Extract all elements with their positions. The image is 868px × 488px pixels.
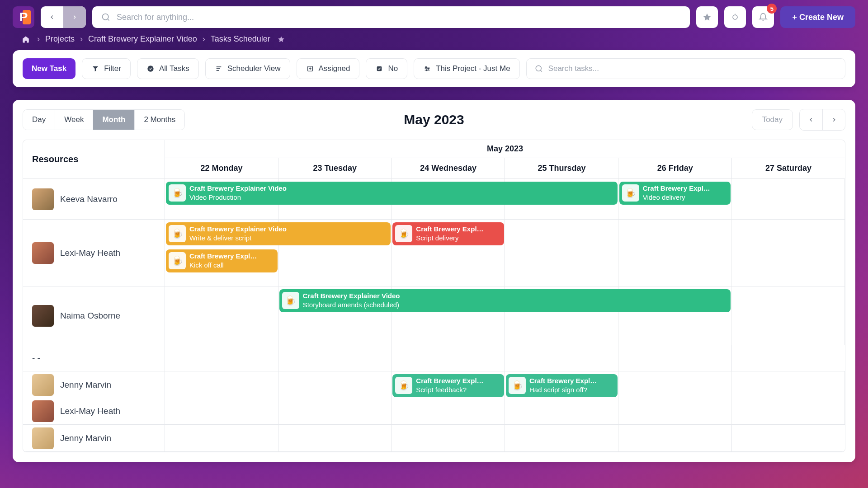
all-tasks-label: All Tasks [159,64,189,73]
list-icon [215,65,223,73]
day-cell[interactable] [731,220,845,286]
prev-period-button[interactable] [800,109,822,130]
task-bar[interactable]: 🍺Craft Brewery Explainer VideoStoryboard… [279,289,731,312]
view-2months[interactable]: 2 Months [134,110,184,130]
resource-person[interactable]: Lexi-May Heath [32,400,156,422]
favorites-button[interactable] [696,6,718,28]
user-assign-icon [306,65,314,73]
day-cell[interactable] [278,345,392,371]
filter-button[interactable]: Filter [82,58,131,79]
no-button[interactable]: No [366,58,407,79]
avatar [32,400,54,422]
project-scope-button[interactable]: This Project - Just Me [414,58,519,79]
day-cell[interactable] [618,345,732,371]
resource-person[interactable]: Naima Osborne [32,305,156,327]
view-day[interactable]: Day [23,110,55,130]
day-header: 25 Thursday [505,158,618,178]
resource-person[interactable]: Jenny Marvin [32,374,156,396]
day-cell[interactable] [732,425,845,451]
breadcrumb-project[interactable]: Craft Brewery Explainer Video [88,34,197,44]
svg-point-5 [147,66,153,71]
day-cell[interactable] [505,345,618,371]
favorite-star-icon[interactable] [278,36,285,43]
day-cell[interactable] [618,425,732,451]
resource-row: Keeva Navarro [23,179,165,220]
task-bar[interactable]: 🍺Craft Brewery Expl…Kick off call [166,249,278,272]
calendar-row: 🍺Craft Brewery Explainer VideoStoryboard… [165,286,845,345]
day-cell[interactable] [732,345,845,371]
task-project-label: Craft Brewery Expl… [416,376,483,385]
resource-name: Naima Osborne [60,311,120,321]
avatar [32,374,54,396]
chevron-right-icon [71,14,78,20]
breadcrumb: › Projects › Craft Brewery Explainer Vid… [0,34,868,50]
view-month[interactable]: Month [93,110,134,130]
day-cell[interactable] [165,371,278,424]
notifications-button[interactable]: 5 [752,6,774,28]
resource-person[interactable]: Lexi-May Heath [32,242,156,264]
timer-button[interactable] [724,6,746,28]
task-bar[interactable]: 🍺Craft Brewery Explainer VideoVideo Prod… [166,182,618,205]
back-button[interactable] [41,6,63,28]
filter-label: Filter [104,64,121,73]
day-header: 27 Saturday [732,158,845,178]
toolbar: New Task Filter All Tasks Scheduler View… [13,50,855,87]
scheduler-view-button[interactable]: Scheduler View [205,58,290,79]
day-cell[interactable] [392,425,505,451]
sliders-icon [423,65,431,73]
scheduler-grid: Resources Keeva NavarroLexi-May HeathNai… [23,140,845,452]
task-bar[interactable]: 🍺Craft Brewery Expl…Script delivery [392,222,504,245]
day-cell[interactable] [165,345,278,371]
day-cell[interactable] [505,425,618,451]
day-cell[interactable] [505,220,618,286]
task-search[interactable] [526,58,845,79]
view-week[interactable]: Week [55,110,93,130]
task-search-input[interactable] [548,64,837,73]
svg-line-1 [108,19,109,21]
day-cell[interactable] [165,425,278,451]
resource-person[interactable]: - - [32,353,156,363]
forward-button[interactable] [63,6,86,28]
day-cell[interactable] [165,286,278,345]
task-name-label: Had script sign off? [529,385,597,394]
day-cell[interactable] [278,371,392,424]
home-icon[interactable] [22,35,30,43]
resource-row: Jenny MarvinLexi-May Heath [23,371,165,425]
task-bar[interactable]: 🍺Craft Brewery Explainer VideoWrite & de… [166,222,391,245]
history-nav [41,6,86,28]
day-cell[interactable] [731,286,845,345]
global-search[interactable] [92,6,690,28]
all-tasks-button[interactable]: All Tasks [137,58,199,79]
task-project-label: Craft Brewery Explainer Video [189,225,287,234]
next-period-button[interactable] [822,109,845,130]
task-bar[interactable]: 🍺Craft Brewery Expl…Had script sign off? [506,374,618,397]
resource-name: Lexi-May Heath [60,248,120,258]
day-cell[interactable] [731,371,845,424]
day-cell[interactable] [618,371,732,424]
task-bar[interactable]: 🍺Craft Brewery Expl…Script feedback? [392,374,504,397]
scheduler-view-label: Scheduler View [227,64,281,73]
breadcrumb-scheduler[interactable]: Tasks Scheduler [211,34,270,44]
breadcrumb-projects[interactable]: Projects [45,34,75,44]
assigned-button[interactable]: Assigned [297,58,360,79]
today-button[interactable]: Today [752,109,793,130]
new-task-button[interactable]: New Task [23,58,75,79]
resource-person[interactable]: Jenny Marvin [32,427,156,449]
svg-marker-4 [93,66,98,71]
day-cell[interactable] [731,179,845,219]
app-logo[interactable]: P [13,6,34,28]
search-icon [535,65,543,73]
day-cell[interactable] [618,220,732,286]
svg-point-0 [103,14,108,20]
chevron-right-icon: › [203,34,205,44]
day-cell[interactable] [278,425,392,451]
no-label: No [388,64,398,73]
task-project-icon: 🍺 [169,252,186,269]
search-input[interactable] [117,13,681,22]
day-cell[interactable] [392,345,505,371]
resource-person[interactable]: Keeva Navarro [32,188,156,210]
task-bar[interactable]: 🍺Craft Brewery Expl…Video delivery [619,182,731,205]
day-header: 24 Wednesday [392,158,505,178]
create-new-button[interactable]: + Create New [780,6,855,28]
task-project-label: Craft Brewery Expl… [529,376,597,385]
